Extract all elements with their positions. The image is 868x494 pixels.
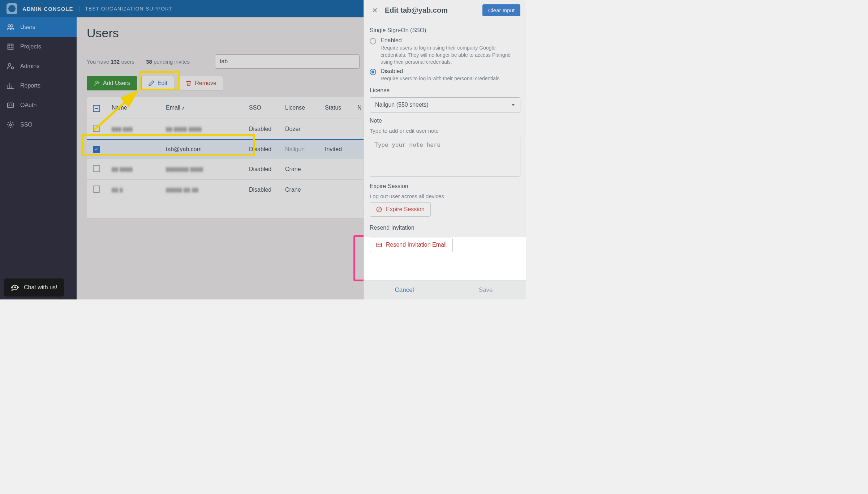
mail-icon [376,242,382,248]
edit-button[interactable]: Edit [141,76,175,90]
pencil-icon [148,80,155,86]
row-checkbox[interactable] [93,186,100,193]
remove-button[interactable]: Remove [179,76,223,90]
svg-point-11 [96,81,98,83]
license-value: Nailgun (550 sheets) [375,102,429,108]
cell-email: ▮▮▮▮▮▮▮ ▮▮▮▮ [160,159,243,179]
svg-point-1 [10,25,13,27]
cell-license: Dozer [279,119,319,140]
expire-session-button[interactable]: Expire Session [370,202,431,217]
user-count: You have 132 users [87,59,134,65]
sidebar-item-admins[interactable]: Admins [0,56,77,76]
sso-enabled-option[interactable]: Enabled Require users to log in using th… [370,37,520,66]
license-select[interactable]: Nailgun (550 sheets) [370,97,520,112]
license-label: License [370,87,520,94]
expire-hint: Log out user across all devices [370,193,520,199]
sidebar-item-sso[interactable]: SSO [0,115,77,135]
expire-label: Expire Session [370,183,520,189]
svg-point-8 [12,67,14,69]
add-users-label: Add Users [103,80,130,86]
sidebar-label: SSO [20,122,33,128]
cell-status [319,159,352,179]
separator: | [78,5,80,13]
sort-asc-icon: ∧ [182,106,185,111]
cell-status [319,119,352,140]
radio-title: Enabled [381,37,520,44]
note-hint: Type to add or edit user note [370,128,520,134]
sso-section-label: Single Sign-On (SSO) [370,27,520,34]
resend-btn-label: Resend Invitation Email [386,242,447,248]
chevron-down-icon [511,104,515,106]
resend-invitation-button[interactable]: Resend Invitation Email [370,238,453,252]
edit-user-drawer: ✕ Edit tab@yab.com Clear Input Single Si… [364,0,526,299]
gear-icon [7,121,14,129]
sidebar-label: OAuth [20,102,36,108]
block-icon [376,206,382,213]
sidebar: Users Projects Admins Reports OAuth SSO [0,17,77,299]
sidebar-item-users[interactable]: Users [0,17,77,37]
cell-license: Nailgun [279,140,319,159]
cell-name [106,140,160,159]
cell-email: ▮▮ ▮▮▮▮ ▮▮▮▮ [160,119,243,140]
radio-desc: Require users to log in using their comp… [381,44,520,66]
clear-input-button[interactable]: Clear Input [482,4,520,16]
cell-email: ▮▮▮▮▮ ▮▮ ▮▮ [160,179,243,200]
radio-title: Disabled [381,68,499,74]
close-icon[interactable]: ✕ [370,5,380,16]
col-email[interactable]: Email∧ [160,97,243,119]
chat-label: Chat with us! [24,284,57,291]
trash-icon [185,80,192,86]
cell-name: ▮▮▮ ▮▮▮ [106,119,160,140]
sidebar-label: Admins [20,63,39,69]
building-icon [7,43,14,51]
cell-status [319,179,352,200]
app-logo [7,3,17,14]
save-button[interactable]: Save [445,281,526,299]
row-checkbox[interactable]: ✓ [93,146,100,153]
drawer-footer: Cancel Save [364,280,526,299]
sidebar-item-oauth[interactable]: OAuth [0,95,77,115]
code-icon [7,101,14,109]
svg-point-10 [9,124,12,126]
svg-line-14 [377,208,381,212]
cell-sso: Disabled [243,179,279,200]
radio-icon[interactable] [370,38,376,44]
col-license[interactable]: License [279,97,319,119]
add-users-button[interactable]: Add Users [87,76,137,90]
note-label: Note [370,118,520,124]
cell-name: ▮▮ ▮ [106,179,160,200]
radio-desc: Require users to log in with their perso… [381,75,499,82]
svg-rect-6 [11,47,12,48]
edit-label: Edit [158,80,168,86]
sidebar-item-reports[interactable]: Reports [0,76,77,95]
col-name[interactable]: Name [106,97,160,119]
pending-count: 38 pending invites [146,59,190,65]
resend-label: Resend Invitation [370,225,520,231]
svg-rect-5 [9,47,10,48]
row-checkbox[interactable] [93,165,100,172]
cell-email: tab@yab.com [160,140,243,159]
row-checkbox[interactable] [93,125,100,132]
users-icon [7,23,14,31]
cell-license: Crane [279,159,319,179]
col-sso[interactable]: SSO [243,97,279,119]
note-textarea[interactable] [370,137,520,176]
search-input[interactable] [215,54,360,69]
select-all-checkbox[interactable] [93,105,100,112]
sso-disabled-option[interactable]: Disabled Require users to log in with th… [370,68,520,82]
app-title: ADMIN CONSOLE [22,6,73,12]
cell-name: ▮▮ ▮▮▮▮ [106,159,160,179]
radio-icon[interactable] [370,69,376,75]
cancel-button[interactable]: Cancel [364,281,445,299]
chat-widget[interactable]: Chat with us! [4,278,64,297]
cell-sso: Disabled [243,140,279,159]
cell-sso: Disabled [243,119,279,140]
remove-label: Remove [195,80,216,86]
cell-license: Crane [279,179,319,200]
drawer-body: Single Sign-On (SSO) Enabled Require use… [364,21,526,280]
col-status[interactable]: Status [319,97,352,119]
svg-rect-4 [11,45,12,46]
sidebar-item-projects[interactable]: Projects [0,37,77,56]
drawer-header: ✕ Edit tab@yab.com Clear Input [364,0,526,21]
expire-btn-label: Expire Session [386,206,425,213]
